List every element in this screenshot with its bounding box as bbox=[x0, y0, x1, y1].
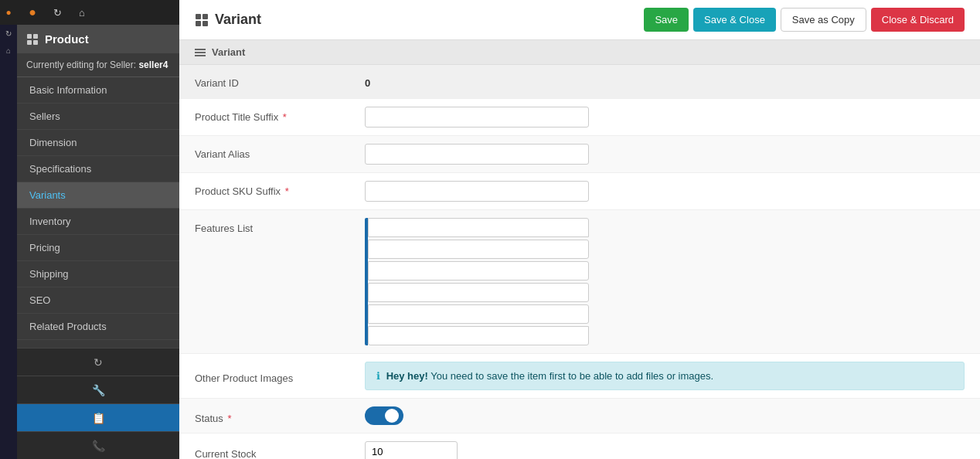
sidebar-top-icons: ● ↻ ⌂ bbox=[17, 0, 179, 25]
nav-item-seo[interactable]: SEO bbox=[17, 287, 179, 314]
icon-bar-house[interactable]: ⌂ bbox=[0, 42, 17, 59]
nav-items: Basic Information Sellers Dimension Spec… bbox=[17, 77, 179, 348]
sidebar-wrench-icon[interactable]: 🔧 bbox=[17, 376, 179, 403]
svg-rect-6 bbox=[196, 21, 201, 26]
product-icon bbox=[26, 33, 39, 46]
variant-id-row: Variant ID 0 bbox=[179, 65, 980, 99]
save-copy-button[interactable]: Save as Copy bbox=[781, 8, 866, 32]
status-toggle[interactable] bbox=[365, 406, 403, 425]
current-stock-row: Current Stock bbox=[179, 434, 980, 459]
status-row: Status * bbox=[179, 399, 980, 434]
product-title-suffix-input[interactable] bbox=[365, 107, 589, 128]
product-sku-suffix-label: Product SKU Suffix * bbox=[195, 181, 365, 197]
required-star-sku: * bbox=[282, 185, 289, 197]
product-header: Product bbox=[17, 25, 179, 53]
main-title: Variant bbox=[195, 12, 261, 28]
features-inputs bbox=[368, 218, 589, 345]
icon-bar-refresh[interactable]: ↻ bbox=[0, 25, 17, 42]
features-input-1[interactable] bbox=[368, 218, 589, 237]
sidebar-icon-home[interactable]: ⌂ bbox=[73, 3, 91, 22]
section-header: Variant bbox=[179, 40, 980, 65]
features-list-container bbox=[365, 218, 589, 345]
nav-item-inventory[interactable]: Inventory bbox=[17, 209, 179, 235]
alert-text: You need to save the item first to be ab… bbox=[430, 370, 713, 382]
nav-item-sellers[interactable]: Sellers bbox=[17, 104, 179, 130]
seller-info: Currently editing for Seller: seller4 bbox=[17, 53, 179, 77]
sidebar-clipboard-icon[interactable]: 📋 bbox=[17, 403, 179, 431]
nav-item-pricing[interactable]: Pricing bbox=[17, 235, 179, 261]
sidebar-bottom-icons: ↻ 🔧 📋 📞 bbox=[17, 348, 179, 459]
save-button[interactable]: Save bbox=[644, 8, 689, 32]
svg-rect-7 bbox=[202, 21, 208, 26]
save-close-button[interactable]: Save & Close bbox=[693, 8, 776, 32]
alert-icon: ℹ bbox=[376, 370, 380, 382]
sidebar-phone-icon[interactable]: 📞 bbox=[17, 431, 179, 459]
required-star-status: * bbox=[225, 413, 232, 424]
sidebar-refresh-icon[interactable]: ↻ bbox=[17, 348, 179, 376]
other-product-images-alert: ℹ Hey hey! You need to save the item fir… bbox=[365, 362, 965, 390]
product-title: Product bbox=[45, 32, 89, 46]
variant-id-value: 0 bbox=[365, 73, 965, 89]
features-list-label: Features List bbox=[195, 218, 365, 234]
svg-rect-2 bbox=[27, 40, 32, 45]
svg-rect-3 bbox=[33, 40, 38, 45]
variant-alias-input[interactable] bbox=[365, 144, 589, 165]
alert-bold: Hey hey! bbox=[386, 370, 428, 382]
variant-alias-label: Variant Alias bbox=[195, 144, 365, 160]
features-list-row: Features List bbox=[179, 210, 980, 354]
required-star-title: * bbox=[280, 111, 287, 123]
section-icon bbox=[195, 49, 206, 56]
nav-item-basic-information[interactable]: Basic Information bbox=[17, 77, 179, 104]
features-input-4[interactable] bbox=[368, 283, 589, 302]
sidebar-icon-refresh[interactable]: ↻ bbox=[48, 3, 66, 22]
form-container: Variant Variant ID 0 Product Title Suffi… bbox=[179, 40, 980, 459]
variant-alias-row: Variant Alias bbox=[179, 136, 980, 173]
other-product-images-row: Other Product Images ℹ Hey hey! You need… bbox=[179, 354, 980, 399]
main-content: Variant Save Save & Close Save as Copy C… bbox=[179, 0, 980, 459]
product-title-suffix-row: Product Title Suffix * bbox=[179, 99, 980, 136]
section-title: Variant bbox=[212, 46, 245, 58]
current-stock-input[interactable] bbox=[365, 441, 458, 459]
variant-page-icon bbox=[195, 13, 209, 27]
icon-bar: ● ↻ ⌂ bbox=[0, 0, 17, 459]
nav-item-variants[interactable]: Variants bbox=[17, 182, 179, 209]
features-input-6[interactable] bbox=[368, 326, 589, 345]
features-input-2[interactable] bbox=[368, 240, 589, 259]
nav-item-related-products[interactable]: Related Products bbox=[17, 314, 179, 340]
status-label: Status * bbox=[195, 408, 365, 424]
svg-rect-5 bbox=[202, 14, 208, 19]
icon-bar-home[interactable]: ● bbox=[0, 0, 17, 25]
svg-rect-4 bbox=[196, 14, 201, 19]
svg-rect-0 bbox=[27, 34, 32, 39]
sidebar-icon-circle[interactable]: ● bbox=[23, 3, 42, 22]
product-title-suffix-label: Product Title Suffix * bbox=[195, 107, 365, 123]
sidebar: ● ↻ ⌂ Product Currently editing for Sell… bbox=[17, 0, 179, 459]
current-stock-label: Current Stock bbox=[195, 444, 365, 459]
features-input-3[interactable] bbox=[368, 261, 589, 280]
svg-rect-10 bbox=[195, 55, 206, 56]
svg-rect-9 bbox=[195, 52, 206, 53]
toggle-slider bbox=[365, 406, 403, 425]
svg-rect-1 bbox=[33, 34, 38, 39]
product-sku-suffix-input[interactable] bbox=[365, 181, 589, 202]
product-sku-suffix-row: Product SKU Suffix * bbox=[179, 173, 980, 210]
main-header: Variant Save Save & Close Save as Copy C… bbox=[179, 0, 980, 40]
close-discard-button[interactable]: Close & Discard bbox=[871, 8, 965, 32]
seller-name: seller4 bbox=[138, 60, 168, 70]
header-buttons: Save Save & Close Save as Copy Close & D… bbox=[644, 8, 965, 32]
nav-item-shipping[interactable]: Shipping bbox=[17, 261, 179, 287]
page-title: Variant bbox=[215, 12, 261, 28]
nav-item-dimension[interactable]: Dimension bbox=[17, 130, 179, 156]
features-input-5[interactable] bbox=[368, 304, 589, 324]
variant-id-label: Variant ID bbox=[195, 73, 365, 89]
nav-item-specifications[interactable]: Specifications bbox=[17, 156, 179, 182]
other-product-images-label: Other Product Images bbox=[195, 368, 365, 384]
svg-rect-8 bbox=[195, 49, 206, 50]
